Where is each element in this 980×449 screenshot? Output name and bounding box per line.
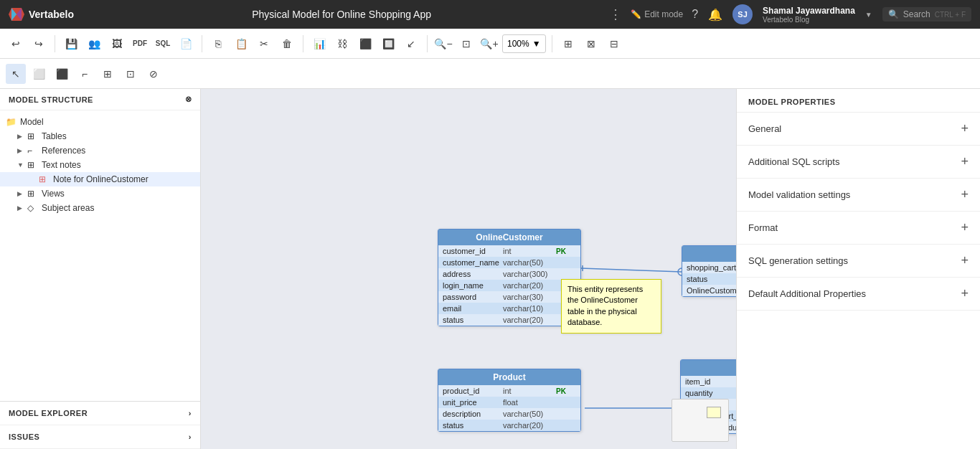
layer-button[interactable]: 🔲 bbox=[378, 34, 398, 54]
notifications-button[interactable]: 🔔 bbox=[708, 8, 722, 22]
table-product[interactable]: Product product_id int PK unit_price flo… bbox=[438, 369, 581, 432]
section-general[interactable]: General + bbox=[737, 113, 980, 146]
user-info: Shamal Jayawardhana Vertabelo Blog bbox=[763, 6, 855, 24]
references-label: References bbox=[42, 146, 85, 156]
more-options-button[interactable]: ⋮ bbox=[609, 6, 622, 22]
avatar[interactable]: SJ bbox=[732, 4, 753, 24]
canvas-area[interactable]: OnlineCustomer customer_id int PK custom… bbox=[201, 89, 736, 449]
redo-button[interactable]: ↪ bbox=[29, 34, 49, 54]
paste-button[interactable]: 📋 bbox=[231, 34, 251, 54]
section-sql-generation-label: SQL generation settings bbox=[748, 255, 848, 266]
fit-button[interactable]: ⊡ bbox=[456, 34, 476, 54]
svg-line-3 bbox=[581, 268, 682, 272]
section-validation[interactable]: Model validation settings + bbox=[737, 179, 980, 212]
subject-areas-icon: ◇ bbox=[27, 203, 39, 213]
search-shortcut: CTRL + F bbox=[935, 11, 966, 19]
diagram-toolbar: ↖ ⬜ ⬛ ⌐ ⊞ ⊡ ⊘ bbox=[0, 59, 980, 89]
add-group-button[interactable]: ⊞ bbox=[98, 64, 118, 84]
model-structure-header: MODEL STRUCTURE ⊗ bbox=[0, 89, 200, 110]
section-format[interactable]: Format + bbox=[737, 212, 980, 245]
note-icon: ⊞ bbox=[39, 174, 50, 184]
section-default-additional-expand[interactable]: + bbox=[961, 286, 969, 301]
subject-areas-arrow: ▶ bbox=[17, 204, 24, 212]
image-export-button[interactable]: 🖼 bbox=[107, 34, 127, 54]
section-validation-expand[interactable]: + bbox=[961, 187, 969, 202]
pdf-export-button[interactable]: PDF bbox=[130, 34, 150, 54]
share-button[interactable]: 👥 bbox=[84, 34, 104, 54]
zoom-in-button[interactable]: 🔍+ bbox=[479, 34, 499, 54]
user-menu-chevron[interactable]: ▼ bbox=[865, 11, 872, 19]
add-ref-button[interactable]: ⛓ bbox=[332, 34, 352, 54]
undo-button[interactable]: ↩ bbox=[6, 34, 26, 54]
section-additional-sql-expand[interactable]: + bbox=[961, 154, 969, 169]
edit-mode-button[interactable]: ✏️ Edit mode bbox=[631, 9, 683, 19]
grid-toggle-button[interactable]: ⊞ bbox=[558, 34, 578, 54]
issues-label: ISSUES bbox=[9, 433, 39, 441]
section-default-additional-label: Default Additional Properties bbox=[748, 288, 866, 299]
table-body-product: product_id int PK unit_price float descr… bbox=[438, 385, 580, 431]
note-label: Note for OnlineCustomer bbox=[53, 174, 149, 184]
section-general-expand[interactable]: + bbox=[961, 121, 969, 136]
section-general-label: General bbox=[748, 123, 781, 134]
align-button[interactable]: ⬛ bbox=[355, 34, 375, 54]
sql-export-button[interactable]: SQL bbox=[153, 34, 173, 54]
section-format-expand[interactable]: + bbox=[961, 220, 969, 235]
tables-label: Tables bbox=[42, 131, 67, 141]
table-row: login_name varchar(20) bbox=[438, 280, 580, 291]
tree-references[interactable]: ▶ ⌐ References bbox=[0, 143, 200, 158]
rectangle-select-button[interactable]: ⬜ bbox=[29, 64, 49, 84]
table-row: OnlineCustomer_customer_id int FK bbox=[682, 285, 736, 296]
delete-button[interactable]: 🗑 bbox=[277, 34, 297, 54]
model-icon: 📁 bbox=[6, 117, 17, 127]
zoom-out-button[interactable]: 🔍− bbox=[433, 34, 453, 54]
section-validation-label: Model validation settings bbox=[748, 189, 850, 200]
issues-panel[interactable]: ISSUES › bbox=[0, 425, 200, 449]
table-row: product_id int PK bbox=[438, 385, 580, 397]
table-header-shopping-cart-item: ShoppingCartItem bbox=[681, 360, 736, 376]
copy-button[interactable]: ⎘ bbox=[208, 34, 228, 54]
add-connector-button[interactable]: ⌐ bbox=[75, 64, 95, 84]
table-row: status varchar(20) bbox=[438, 314, 580, 326]
text-notes-icon: ⊞ bbox=[27, 160, 39, 170]
table-row: unit_price float bbox=[438, 397, 580, 408]
tree-subject-areas[interactable]: ▶ ◇ Subject areas bbox=[0, 201, 200, 215]
snap-button[interactable]: ⊠ bbox=[581, 34, 601, 54]
save-button[interactable]: 💾 bbox=[61, 34, 81, 54]
collapse-icon[interactable]: ⊗ bbox=[185, 95, 192, 104]
table-row: description varchar(50) bbox=[438, 408, 580, 420]
section-default-additional[interactable]: Default Additional Properties + bbox=[737, 278, 980, 311]
search-box[interactable]: 🔍 Search CTRL + F bbox=[882, 7, 971, 22]
tree-model-root[interactable]: 📁 Model bbox=[0, 115, 200, 129]
table-header-product: Product bbox=[438, 369, 580, 385]
toolbar-separator-5 bbox=[552, 35, 552, 52]
zoom-level-selector[interactable]: 100% ▼ bbox=[502, 34, 546, 53]
no-select-button[interactable]: ⊘ bbox=[143, 64, 164, 84]
tree-text-notes[interactable]: ▼ ⊞ Text notes bbox=[0, 158, 200, 172]
cut-button[interactable]: ✂ bbox=[254, 34, 274, 54]
document-button[interactable]: 📄 bbox=[176, 34, 196, 54]
add-entity-button[interactable]: ⬛ bbox=[52, 64, 72, 84]
select-tool-button[interactable]: ↖ bbox=[6, 64, 26, 84]
model-tree: 📁 Model ▶ ⊞ Tables ▶ ⌐ References ▼ ⊞ Te… bbox=[0, 110, 200, 401]
right-panel: MODEL PROPERTIES General + Additional SQ… bbox=[736, 89, 980, 449]
tables-icon: ⊞ bbox=[27, 131, 39, 141]
table-online-customer[interactable]: OnlineCustomer customer_id int PK custom… bbox=[438, 229, 581, 326]
tree-note-online-customer[interactable]: ⊞ Note for OnlineCustomer bbox=[0, 172, 200, 186]
help-button[interactable]: ? bbox=[692, 8, 698, 21]
section-sql-generation[interactable]: SQL generation settings + bbox=[737, 245, 980, 278]
section-sql-generation-expand[interactable]: + bbox=[961, 253, 969, 268]
model-structure-title: MODEL STRUCTURE bbox=[9, 95, 93, 104]
connector-button[interactable]: ↙ bbox=[401, 34, 421, 54]
tree-views[interactable]: ▶ ⊞ Views bbox=[0, 186, 200, 201]
zoom-value: 100% bbox=[507, 39, 529, 49]
model-explorer-panel[interactable]: MODEL EXPLORER › bbox=[0, 402, 200, 425]
add-table-button[interactable]: 📊 bbox=[309, 34, 329, 54]
full-screen-button[interactable]: ⊟ bbox=[604, 34, 624, 54]
table-shopping-cart[interactable]: ShoppingCart shopping_cart_id int PK sta… bbox=[682, 245, 736, 297]
text-notes-label: Text notes bbox=[42, 160, 81, 170]
resize-button[interactable]: ⊡ bbox=[121, 64, 141, 84]
table-row: password varchar(30) bbox=[438, 291, 580, 303]
tree-tables[interactable]: ▶ ⊞ Tables bbox=[0, 129, 200, 143]
section-additional-sql[interactable]: Additional SQL scripts + bbox=[737, 146, 980, 179]
note-box-online-customer[interactable]: This entity represents the OnlineCustome… bbox=[561, 279, 661, 334]
